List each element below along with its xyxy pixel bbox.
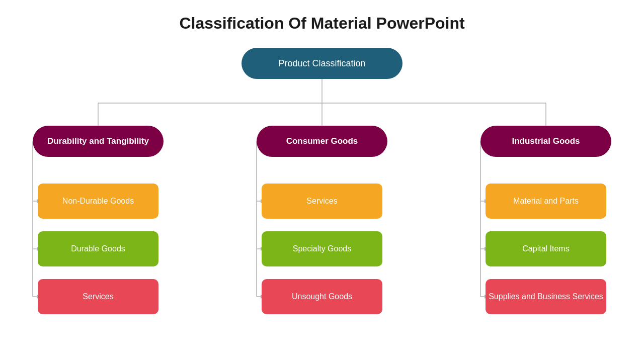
- right-item-3: Supplies and Business Services: [486, 279, 606, 314]
- col-header-center: Consumer Goods: [257, 126, 387, 157]
- left-item-1: Non-Durable Goods: [38, 184, 158, 219]
- col-header-right: Industrial Goods: [480, 126, 611, 157]
- center-item-2: Specialty Goods: [262, 231, 382, 266]
- col-header-left: Durability and Tangibility: [33, 126, 164, 157]
- center-item-3: Unsought Goods: [262, 279, 382, 314]
- diagram: Product Classification Durability and Ta…: [0, 43, 644, 354]
- root-node: Product Classification: [242, 48, 403, 79]
- left-item-2: Durable Goods: [38, 231, 158, 266]
- right-item-1: Material and Parts: [486, 184, 606, 219]
- right-item-2: Capital Items: [486, 231, 606, 266]
- page-title: Classification Of Material PowerPoint: [0, 0, 644, 43]
- left-item-3: Services: [38, 279, 158, 314]
- center-item-1: Services: [262, 184, 382, 219]
